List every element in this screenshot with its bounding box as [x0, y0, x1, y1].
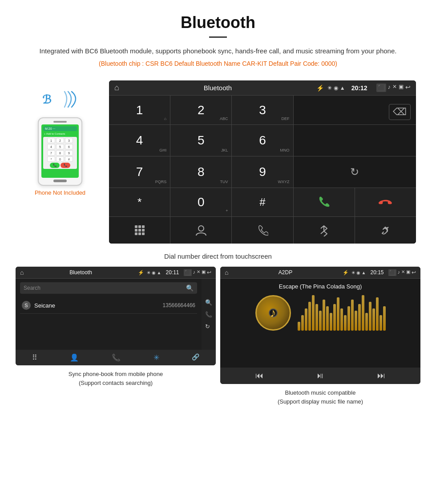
phonebook-home-icon[interactable]: ⌂	[20, 269, 24, 276]
specs-text: (Bluetooth chip : CSR BC6 Default Blueto…	[27, 60, 409, 67]
pb-bottom-contacts-icon[interactable]: 👤	[70, 353, 79, 362]
phone-icon	[257, 224, 268, 236]
back-icon[interactable]: ↩	[405, 84, 411, 92]
call-red-button[interactable]	[355, 188, 416, 216]
pb-screen-icon[interactable]: ▣	[202, 269, 206, 276]
clock-display: 20:12	[351, 84, 367, 92]
search-icon[interactable]: 🔍	[186, 284, 194, 292]
dialpad-nav-dialpad[interactable]	[109, 217, 170, 244]
dial-key-3[interactable]: 3 DEF	[232, 96, 293, 124]
close-icon[interactable]: ✕	[392, 84, 397, 92]
phonebook-action-icons: ⬛ ♪ ✕ ▣ ↩	[184, 269, 212, 276]
sidebar-phone-icon[interactable]: 📞	[205, 311, 212, 318]
search-input[interactable]: Search	[24, 285, 186, 291]
call-green-icon	[317, 195, 331, 209]
dial-key-hash[interactable]: #	[232, 188, 293, 216]
music-panel: ⌂ A2DP ⚡ ✳ ◉ ▲ 20:15 ⬛ ♪ ✕ ▣ ↩	[220, 267, 420, 406]
contact-name: Seicane	[34, 302, 163, 309]
page-header: Bluetooth Integrated with BC6 Bluetooth …	[0, 0, 436, 80]
dialpad-nav-contacts[interactable]	[170, 217, 231, 244]
gps-icon: ◉	[334, 85, 338, 91]
refresh-icon[interactable]: ↻	[350, 166, 359, 178]
sidebar-refresh-icon[interactable]: ↻	[205, 323, 212, 330]
dialpad-grid-icon	[134, 224, 145, 236]
prev-button[interactable]: ⏮	[255, 371, 263, 380]
eq-bar	[326, 306, 329, 331]
main-section: ℬ M:20 ··· + Add to Contacts	[0, 80, 436, 244]
bottom-panels: ⌂ Bluetooth ⚡ ✳ ◉ ▲ 20:11 ⬛ ♪ ✕ ▣ ↩	[0, 267, 436, 406]
eq-bar	[312, 295, 315, 331]
pb-close-icon[interactable]: ✕	[197, 269, 200, 276]
music-note-icon: ♪	[270, 306, 276, 320]
phonebook-title: Bluetooth	[26, 269, 135, 276]
eq-bar	[358, 304, 361, 331]
dial-key-2[interactable]: 2 ABC	[170, 96, 231, 124]
pb-bottom-bt-icon[interactable]: ✳	[153, 353, 159, 362]
svg-rect-3	[135, 229, 137, 232]
eq-bar	[369, 302, 371, 331]
dial-key-4[interactable]: 4 GHI	[109, 125, 170, 156]
mu-back-icon[interactable]: ↩	[412, 269, 416, 276]
display-area-2	[294, 125, 416, 156]
pb-camera-icon[interactable]: ⬛	[184, 269, 192, 276]
screen-icon[interactable]: ▣	[399, 84, 404, 92]
eq-bar	[330, 313, 332, 331]
dialpad-nav-link[interactable]	[355, 217, 416, 244]
contact-item[interactable]: S Seicane 13566664466	[20, 297, 197, 314]
dial-key-8[interactable]: 8 TUV	[170, 156, 231, 188]
svg-rect-5	[142, 229, 145, 232]
eq-bar	[298, 322, 300, 331]
usb-icon: ⚡	[316, 84, 324, 92]
svg-rect-7	[138, 232, 141, 235]
phonebook-time: 20:11	[166, 269, 179, 276]
pb-bottom-dialpad-icon[interactable]: ⠿	[32, 353, 37, 362]
dial-key-6[interactable]: 6 MNO	[232, 125, 293, 156]
svg-rect-4	[138, 229, 141, 232]
mu-screen-icon[interactable]: ▣	[406, 269, 410, 276]
svg-rect-0	[135, 225, 137, 228]
call-red-icon	[378, 195, 392, 209]
next-button[interactable]: ⏭	[377, 371, 385, 380]
bluetooth-nav-icon	[319, 224, 329, 236]
equalizer-bars	[298, 295, 386, 331]
signal-icon: ▲	[340, 85, 345, 91]
music-body: Escape (The Pina Colada Song) ♪	[220, 279, 420, 368]
music-controls: ⏮ ⏯ ⏭	[220, 368, 420, 384]
backspace-icon[interactable]: ⌫	[389, 104, 411, 120]
dial-key-1[interactable]: 1 ⌂	[109, 96, 170, 124]
mu-volume-icon[interactable]: ♪	[398, 269, 400, 276]
play-pause-button[interactable]: ⏯	[316, 371, 324, 380]
dial-key-star[interactable]: *	[109, 188, 170, 216]
pb-bottom-link-icon[interactable]: 🔗	[192, 353, 199, 362]
svg-point-9	[198, 226, 204, 231]
pb-volume-icon[interactable]: ♪	[193, 269, 196, 276]
dialpad-nav-bluetooth[interactable]	[294, 217, 355, 244]
mu-camera-icon[interactable]: ⬛	[388, 269, 396, 276]
phonebook-caption: Sync phone-book from mobile phone (Suppo…	[16, 370, 216, 387]
phonebook-status: ✳ ◉ ▲	[147, 270, 161, 275]
pb-bottom-phone-icon[interactable]: 📞	[112, 353, 121, 362]
mu-close-icon[interactable]: ✕	[401, 269, 405, 276]
signal-arcs-icon	[60, 89, 78, 112]
car-screen-title: Bluetooth	[123, 84, 313, 92]
music-caption: Bluetooth music compatible (Support disp…	[220, 388, 420, 406]
eq-bar	[379, 315, 382, 331]
eq-bar	[301, 315, 304, 331]
music-home-icon[interactable]: ⌂	[225, 269, 228, 276]
eq-bar	[344, 315, 347, 331]
sidebar-search-icon[interactable]: 🔍	[205, 299, 212, 306]
dial-key-7[interactable]: 7 PQRS	[109, 156, 170, 188]
volume-icon[interactable]: ♪	[388, 84, 391, 92]
dial-key-0[interactable]: 0 +	[170, 188, 231, 216]
eq-bar	[340, 308, 343, 331]
eq-bar	[383, 306, 386, 331]
pb-back-icon[interactable]: ↩	[207, 269, 211, 276]
call-green-button[interactable]	[294, 188, 355, 216]
dial-key-9[interactable]: 9 WXYZ	[232, 156, 293, 188]
dial-key-5[interactable]: 5 JKL	[170, 125, 231, 156]
camera-icon[interactable]: ⬛	[376, 84, 386, 92]
phonebook-main: Search 🔍 S Seicane 13566664466	[16, 279, 202, 350]
display-area: ⌫	[294, 96, 416, 124]
dialpad-nav-phone[interactable]	[232, 217, 293, 244]
home-icon[interactable]: ⌂	[114, 83, 119, 92]
